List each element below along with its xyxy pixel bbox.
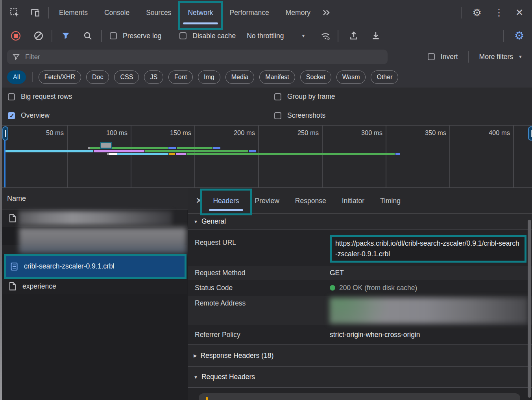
redacted-request-block — [19, 228, 187, 254]
chip-wasm[interactable]: Wasm — [336, 70, 366, 84]
waterfall-bar — [145, 150, 248, 152]
tab-sources[interactable]: Sources — [138, 0, 179, 25]
filter-input[interactable] — [7, 50, 388, 64]
device-toolbar-icon[interactable] — [30, 7, 40, 18]
disable-cache-checkbox[interactable] — [179, 32, 187, 39]
waterfall-bar — [177, 147, 212, 149]
chip-all[interactable]: All — [7, 70, 26, 84]
big-request-rows-label: Big request rows — [21, 93, 72, 101]
toolbar-divider — [503, 30, 504, 42]
devtools-tab-bar: Elements Console Sources Network Perform… — [0, 0, 532, 25]
tab-network-underline — [183, 22, 218, 24]
selection-handle-left[interactable] — [2, 126, 8, 141]
more-tabs-icon[interactable] — [321, 8, 331, 17]
inspect-element-icon[interactable] — [9, 7, 20, 18]
group-by-frame-label: Group by frame — [287, 93, 335, 101]
request-headers-section-header[interactable]: ▼ Request Headers — [188, 367, 532, 387]
file-icon — [9, 282, 17, 291]
screenshots-checkbox[interactable] — [274, 112, 281, 119]
tab-headers[interactable]: Headers — [205, 188, 247, 214]
chip-media[interactable]: Media — [225, 70, 255, 84]
tab-performance[interactable]: Performance — [222, 0, 277, 25]
overview-checkbox[interactable] — [8, 112, 15, 119]
chip-doc[interactable]: Doc — [86, 70, 109, 84]
tab-network-label: Network — [188, 9, 213, 17]
tab-headers-underline — [209, 209, 243, 211]
referrer-policy-value: strict-origin-when-cross-origin — [330, 331, 420, 339]
more-filters-caret-icon[interactable]: ▼ — [518, 54, 523, 59]
tab-timing[interactable]: Timing — [372, 188, 408, 214]
waterfall-bar — [109, 153, 117, 155]
chip-img[interactable]: Img — [198, 70, 220, 84]
request-row-experience[interactable]: experience — [0, 279, 187, 294]
toolbar-divider — [52, 30, 52, 42]
waterfall-bar — [169, 153, 175, 155]
tab-initiator[interactable]: Initiator — [334, 188, 372, 214]
window-left-edge — [0, 0, 2, 400]
toolbar-divider — [468, 51, 469, 63]
waterfall-bar — [213, 147, 220, 149]
network-settings-gear-icon[interactable]: ⚙ — [514, 30, 524, 41]
search-icon[interactable] — [83, 31, 92, 41]
close-details-icon[interactable]: ✕ — [196, 196, 203, 205]
network-overview-timeline[interactable]: 50 ms 100 ms 150 ms 200 ms 250 ms 300 ms… — [0, 125, 532, 188]
chip-css[interactable]: CSS — [114, 70, 139, 84]
details-scrollbar-thumb[interactable] — [528, 220, 531, 398]
response-headers-section-header[interactable]: ▶ Response Headers (18) — [188, 345, 532, 366]
export-har-icon[interactable] — [371, 31, 381, 41]
status-code-row: Status Code 200 OK (from disk cache) — [188, 280, 532, 296]
clear-network-log-icon[interactable] — [33, 31, 44, 41]
annotation-box-selected-request: cribl-search-zscaler-0.9.1.crbl — [4, 254, 187, 279]
name-column-header[interactable]: Name — [0, 188, 188, 209]
throttling-select[interactable]: No throttling — [247, 32, 284, 40]
chip-js[interactable]: JS — [144, 70, 163, 84]
tab-network[interactable]: Network — [179, 0, 221, 25]
close-devtools-icon[interactable]: ✕ — [515, 8, 523, 17]
selection-handle-right[interactable] — [528, 126, 532, 141]
toolbar-divider — [48, 7, 49, 19]
response-headers-title: Response Headers (18) — [200, 352, 273, 360]
request-name-experience: experience — [22, 282, 56, 291]
more-filters-button[interactable]: More filters — [479, 53, 514, 61]
filter-toggle-icon[interactable] — [61, 31, 70, 41]
group-by-frame-checkbox[interactable] — [274, 93, 281, 100]
request-row-selected[interactable]: cribl-search-zscaler-0.9.1.crbl — [6, 256, 185, 277]
waterfall-bar — [88, 147, 90, 149]
import-har-icon[interactable] — [349, 31, 359, 41]
tab-response[interactable]: Response — [287, 188, 334, 214]
request-headers-title: Request Headers — [201, 373, 255, 381]
collapse-triangle-icon: ▼ — [194, 375, 198, 380]
preserve-log-checkbox[interactable] — [110, 32, 117, 39]
status-green-dot-icon — [330, 285, 335, 291]
general-section-header[interactable]: ▼ General — [188, 214, 532, 230]
tab-console[interactable]: Console — [96, 0, 138, 25]
chip-socket[interactable]: Socket — [300, 70, 331, 84]
overview-label: Overview — [21, 111, 50, 120]
kebab-menu-icon[interactable]: ⋮ — [494, 8, 504, 17]
remote-address-row: Remote Address — [188, 296, 532, 325]
tab-memory[interactable]: Memory — [277, 0, 319, 25]
overview-waterfall — [0, 126, 532, 187]
invert-checkbox[interactable] — [428, 53, 435, 60]
referrer-policy-row: Referrer Policy strict-origin-when-cross… — [188, 325, 532, 344]
tab-elements[interactable]: Elements — [51, 0, 96, 25]
chip-other[interactable]: Other — [371, 70, 398, 84]
expand-triangle-icon: ▶ — [194, 353, 197, 358]
chip-font[interactable]: Font — [168, 70, 193, 84]
script-document-icon — [10, 262, 18, 271]
waterfall-bar — [94, 150, 144, 152]
tab-preview[interactable]: Preview — [247, 188, 287, 214]
waterfall-bar — [4, 150, 93, 152]
general-section-title: General — [201, 217, 226, 226]
waterfall-bar — [395, 153, 400, 155]
filter-input-funnel-icon — [13, 54, 20, 61]
tab-headers-label: Headers — [213, 197, 239, 205]
chip-fetch-xhr[interactable]: Fetch/XHR — [39, 70, 81, 84]
chip-manifest[interactable]: Manifest — [259, 70, 295, 84]
network-conditions-icon[interactable] — [320, 31, 331, 41]
big-request-rows-checkbox[interactable] — [8, 93, 15, 100]
throttling-caret-icon[interactable]: ▼ — [301, 33, 306, 38]
referrer-policy-label: Referrer Policy — [188, 331, 330, 339]
record-network-log-icon[interactable] — [11, 31, 20, 41]
settings-gear-icon[interactable]: ⚙ — [473, 7, 482, 18]
